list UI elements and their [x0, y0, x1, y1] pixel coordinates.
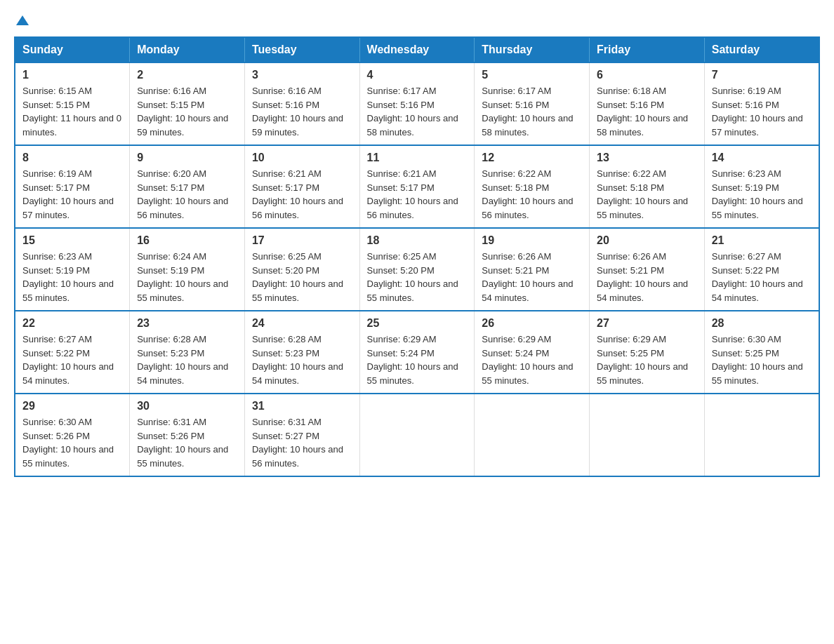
calendar-cell: 31 Sunrise: 6:31 AMSunset: 5:27 PMDaylig… [244, 394, 359, 476]
header-saturday: Saturday [704, 37, 819, 62]
calendar-cell: 23 Sunrise: 6:28 AMSunset: 5:23 PMDaylig… [130, 311, 245, 394]
day-number: 14 [712, 152, 812, 164]
day-number: 18 [367, 234, 468, 247]
day-number: 4 [367, 69, 468, 81]
calendar-week-row: 22 Sunrise: 6:27 AMSunset: 5:22 PMDaylig… [15, 311, 819, 394]
day-info: Sunrise: 6:21 AMSunset: 5:17 PMDaylight:… [367, 168, 458, 220]
calendar-cell: 25 Sunrise: 6:29 AMSunset: 5:24 PMDaylig… [359, 311, 475, 394]
calendar-cell [359, 394, 475, 476]
calendar-cell: 29 Sunrise: 6:30 AMSunset: 5:26 PMDaylig… [15, 394, 130, 476]
calendar-cell: 19 Sunrise: 6:26 AMSunset: 5:21 PMDaylig… [475, 228, 590, 311]
calendar-header-row: SundayMondayTuesdayWednesdayThursdayFrid… [15, 37, 819, 62]
day-info: Sunrise: 6:17 AMSunset: 5:16 PMDaylight:… [367, 86, 458, 137]
calendar-cell: 4 Sunrise: 6:17 AMSunset: 5:16 PMDayligh… [359, 62, 475, 145]
day-info: Sunrise: 6:27 AMSunset: 5:22 PMDaylight:… [712, 251, 803, 303]
calendar-week-row: 29 Sunrise: 6:30 AMSunset: 5:26 PMDaylig… [15, 394, 819, 476]
day-info: Sunrise: 6:24 AMSunset: 5:19 PMDaylight:… [137, 251, 228, 303]
calendar-week-row: 15 Sunrise: 6:23 AMSunset: 5:19 PMDaylig… [15, 228, 819, 311]
day-info: Sunrise: 6:15 AMSunset: 5:15 PMDaylight:… [22, 86, 121, 137]
day-info: Sunrise: 6:29 AMSunset: 5:24 PMDaylight:… [367, 334, 458, 386]
day-info: Sunrise: 6:19 AMSunset: 5:16 PMDaylight:… [712, 86, 803, 137]
day-info: Sunrise: 6:21 AMSunset: 5:17 PMDaylight:… [252, 168, 343, 220]
day-number: 1 [22, 69, 122, 81]
day-info: Sunrise: 6:23 AMSunset: 5:19 PMDaylight:… [712, 168, 803, 220]
day-number: 30 [137, 400, 237, 412]
day-number: 19 [482, 234, 582, 247]
day-number: 3 [252, 69, 352, 81]
calendar-cell: 2 Sunrise: 6:16 AMSunset: 5:15 PMDayligh… [130, 62, 245, 145]
day-number: 21 [712, 234, 812, 247]
calendar-table: SundayMondayTuesdayWednesdayThursdayFrid… [14, 36, 820, 477]
day-number: 11 [367, 152, 468, 164]
calendar-cell [704, 394, 819, 476]
day-number: 26 [482, 317, 582, 330]
day-info: Sunrise: 6:30 AMSunset: 5:25 PMDaylight:… [712, 334, 803, 386]
calendar-cell: 18 Sunrise: 6:25 AMSunset: 5:20 PMDaylig… [359, 228, 475, 311]
calendar-week-row: 1 Sunrise: 6:15 AMSunset: 5:15 PMDayligh… [15, 62, 819, 145]
day-number: 15 [22, 234, 122, 247]
calendar-cell: 15 Sunrise: 6:23 AMSunset: 5:19 PMDaylig… [15, 228, 130, 311]
header-wednesday: Wednesday [359, 37, 475, 62]
day-info: Sunrise: 6:26 AMSunset: 5:21 PMDaylight:… [482, 251, 573, 303]
day-info: Sunrise: 6:28 AMSunset: 5:23 PMDaylight:… [137, 334, 228, 386]
logo-triangle-icon [16, 14, 29, 27]
calendar-cell: 20 Sunrise: 6:26 AMSunset: 5:21 PMDaylig… [590, 228, 705, 311]
header-sunday: Sunday [15, 37, 130, 62]
day-info: Sunrise: 6:18 AMSunset: 5:16 PMDaylight:… [597, 86, 688, 137]
day-info: Sunrise: 6:16 AMSunset: 5:16 PMDaylight:… [252, 86, 343, 137]
day-number: 6 [597, 69, 697, 81]
svg-marker-0 [16, 15, 29, 25]
day-info: Sunrise: 6:28 AMSunset: 5:23 PMDaylight:… [252, 334, 343, 386]
day-info: Sunrise: 6:29 AMSunset: 5:25 PMDaylight:… [597, 334, 688, 386]
day-info: Sunrise: 6:23 AMSunset: 5:19 PMDaylight:… [22, 251, 114, 303]
calendar-cell: 21 Sunrise: 6:27 AMSunset: 5:22 PMDaylig… [704, 228, 819, 311]
day-number: 17 [252, 234, 352, 247]
day-number: 28 [712, 317, 812, 330]
day-number: 24 [252, 317, 352, 330]
day-number: 5 [482, 69, 582, 81]
page-header [14, 14, 820, 29]
day-number: 31 [252, 400, 352, 412]
day-info: Sunrise: 6:31 AMSunset: 5:27 PMDaylight:… [252, 417, 343, 469]
calendar-cell: 27 Sunrise: 6:29 AMSunset: 5:25 PMDaylig… [590, 311, 705, 394]
day-info: Sunrise: 6:17 AMSunset: 5:16 PMDaylight:… [482, 86, 573, 137]
calendar-cell: 13 Sunrise: 6:22 AMSunset: 5:18 PMDaylig… [590, 145, 705, 228]
logo [14, 14, 29, 29]
day-info: Sunrise: 6:25 AMSunset: 5:20 PMDaylight:… [367, 251, 458, 303]
header-friday: Friday [590, 37, 705, 62]
day-info: Sunrise: 6:25 AMSunset: 5:20 PMDaylight:… [252, 251, 343, 303]
day-number: 23 [137, 317, 237, 330]
calendar-cell: 22 Sunrise: 6:27 AMSunset: 5:22 PMDaylig… [15, 311, 130, 394]
day-info: Sunrise: 6:27 AMSunset: 5:22 PMDaylight:… [22, 334, 114, 386]
calendar-cell: 1 Sunrise: 6:15 AMSunset: 5:15 PMDayligh… [15, 62, 130, 145]
calendar-cell: 11 Sunrise: 6:21 AMSunset: 5:17 PMDaylig… [359, 145, 475, 228]
day-number: 2 [137, 69, 237, 81]
calendar-cell: 17 Sunrise: 6:25 AMSunset: 5:20 PMDaylig… [244, 228, 359, 311]
day-info: Sunrise: 6:16 AMSunset: 5:15 PMDaylight:… [137, 86, 228, 137]
day-number: 7 [712, 69, 812, 81]
day-info: Sunrise: 6:19 AMSunset: 5:17 PMDaylight:… [22, 168, 114, 220]
day-info: Sunrise: 6:29 AMSunset: 5:24 PMDaylight:… [482, 334, 573, 386]
calendar-cell: 12 Sunrise: 6:22 AMSunset: 5:18 PMDaylig… [475, 145, 590, 228]
calendar-cell: 26 Sunrise: 6:29 AMSunset: 5:24 PMDaylig… [475, 311, 590, 394]
calendar-cell: 14 Sunrise: 6:23 AMSunset: 5:19 PMDaylig… [704, 145, 819, 228]
calendar-cell [475, 394, 590, 476]
calendar-cell: 9 Sunrise: 6:20 AMSunset: 5:17 PMDayligh… [130, 145, 245, 228]
day-number: 20 [597, 234, 697, 247]
calendar-cell: 6 Sunrise: 6:18 AMSunset: 5:16 PMDayligh… [590, 62, 705, 145]
day-number: 16 [137, 234, 237, 247]
calendar-cell: 28 Sunrise: 6:30 AMSunset: 5:25 PMDaylig… [704, 311, 819, 394]
calendar-cell: 10 Sunrise: 6:21 AMSunset: 5:17 PMDaylig… [244, 145, 359, 228]
day-number: 12 [482, 152, 582, 164]
day-info: Sunrise: 6:22 AMSunset: 5:18 PMDaylight:… [597, 168, 688, 220]
day-number: 25 [367, 317, 468, 330]
header-thursday: Thursday [475, 37, 590, 62]
calendar-cell: 7 Sunrise: 6:19 AMSunset: 5:16 PMDayligh… [704, 62, 819, 145]
calendar-cell [590, 394, 705, 476]
day-number: 8 [22, 152, 122, 164]
day-number: 13 [597, 152, 697, 164]
header-monday: Monday [130, 37, 245, 62]
calendar-cell: 30 Sunrise: 6:31 AMSunset: 5:26 PMDaylig… [130, 394, 245, 476]
day-number: 10 [252, 152, 352, 164]
calendar-week-row: 8 Sunrise: 6:19 AMSunset: 5:17 PMDayligh… [15, 145, 819, 228]
